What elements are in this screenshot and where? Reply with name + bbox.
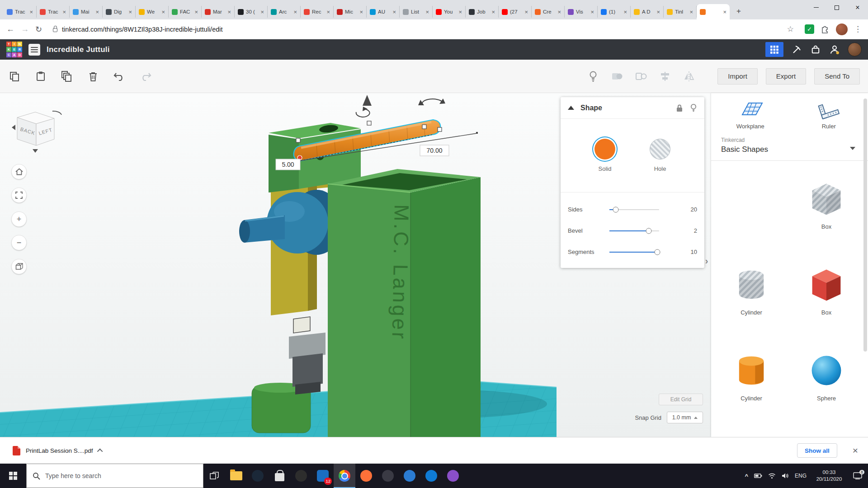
- tab-close-icon[interactable]: ×: [29, 9, 33, 15]
- browser-tab[interactable]: Mar×: [202, 6, 235, 18]
- shape-item-box-transparent[interactable]: Box: [790, 166, 863, 252]
- collapse-panel-icon[interactable]: [568, 106, 574, 110]
- tab-close-icon[interactable]: ×: [260, 9, 264, 15]
- tab-close-icon[interactable]: ×: [590, 9, 594, 15]
- browser-tab[interactable]: (27×: [499, 6, 532, 18]
- model-green-container[interactable]: M.C. Langer: [328, 169, 481, 437]
- delete-button[interactable]: [86, 69, 100, 84]
- bookmark-star-icon[interactable]: ☆: [787, 24, 794, 34]
- browser-tab[interactable]: Trac×: [37, 6, 70, 18]
- undo-button[interactable]: [112, 69, 127, 84]
- new-tab-button[interactable]: +: [732, 5, 745, 18]
- extension-check-icon[interactable]: ✓: [805, 24, 814, 34]
- classroom-button[interactable]: [810, 44, 821, 56]
- show-all-downloads-button[interactable]: Show all: [797, 443, 837, 458]
- tab-close-icon[interactable]: ×: [491, 9, 495, 15]
- tab-close-icon[interactable]: ×: [293, 9, 297, 15]
- solid-option[interactable]: Solid: [594, 139, 615, 172]
- zoom-out-button[interactable]: −: [11, 235, 27, 250]
- taskbar-search-box[interactable]: Type here to search: [26, 464, 203, 488]
- task-view-button[interactable]: [203, 464, 225, 488]
- start-button[interactable]: [0, 464, 26, 488]
- tab-close-icon[interactable]: ×: [227, 9, 231, 15]
- slider-handle[interactable]: [613, 206, 619, 212]
- tab-close-icon[interactable]: ×: [557, 9, 561, 15]
- browser-tab[interactable]: ×: [697, 4, 730, 19]
- shape-item-box-red[interactable]: Box: [790, 252, 863, 338]
- close-download-bar-icon[interactable]: ×: [853, 445, 858, 456]
- firefox-taskbar-button[interactable]: [355, 464, 377, 488]
- main-menu-icon[interactable]: [28, 44, 40, 56]
- hole-option[interactable]: Hole: [650, 139, 670, 172]
- zoom-in-button[interactable]: +: [11, 211, 27, 227]
- steam-taskbar-button[interactable]: [247, 464, 269, 488]
- slider-handle[interactable]: [654, 249, 660, 255]
- url-field[interactable]: tinkercad.com/things/8W1ZIl3p38J-incredi…: [48, 22, 798, 37]
- browser-tab[interactable]: Job×: [466, 6, 499, 18]
- edge-taskbar-button[interactable]: [420, 464, 442, 488]
- sides-slider[interactable]: [609, 209, 659, 210]
- tab-close-icon[interactable]: ×: [689, 9, 693, 15]
- tab-close-icon[interactable]: ×: [656, 9, 660, 15]
- maximize-button[interactable]: [826, 0, 847, 15]
- tab-close-icon[interactable]: ×: [128, 9, 132, 15]
- browser-tab[interactable]: Trac×: [4, 6, 37, 18]
- back-icon[interactable]: ←: [6, 24, 14, 34]
- browser-tab[interactable]: We×: [136, 6, 169, 18]
- tinkercad-logo[interactable]: TINKERCAD: [6, 42, 22, 57]
- model-blue-knob[interactable]: [239, 190, 343, 255]
- chrome-taskbar-button[interactable]: [334, 464, 355, 488]
- slider-handle[interactable]: [646, 228, 651, 234]
- bricks-mode-button[interactable]: [791, 44, 802, 56]
- browser-tab[interactable]: Dig×: [103, 6, 136, 18]
- wifi-icon[interactable]: [768, 473, 776, 479]
- import-button[interactable]: Import: [717, 68, 758, 84]
- browser-tab[interactable]: List×: [400, 6, 433, 18]
- mail-taskbar-button[interactable]: 12: [312, 464, 334, 488]
- blocks-view-button[interactable]: [765, 42, 783, 57]
- view-cube[interactable]: BACK LEFT: [11, 107, 62, 153]
- tab-close-icon[interactable]: ×: [458, 9, 462, 15]
- sidebar-collapse-chevron[interactable]: ›: [702, 251, 712, 270]
- browser-profile-avatar[interactable]: [836, 23, 848, 35]
- file-options-chevron-icon[interactable]: [97, 448, 103, 454]
- tab-close-icon[interactable]: ×: [623, 9, 627, 15]
- close-window-button[interactable]: ×: [847, 0, 868, 15]
- tab-close-icon[interactable]: ×: [359, 9, 363, 15]
- file-explorer-taskbar-button[interactable]: [225, 464, 247, 488]
- shape-item-cylinder-orange[interactable]: Cylinder: [715, 338, 788, 424]
- tab-close-icon[interactable]: ×: [194, 9, 198, 15]
- sidebar-scrollbar[interactable]: [863, 99, 867, 352]
- tab-close-icon[interactable]: ×: [161, 9, 165, 15]
- align-button[interactable]: [658, 69, 672, 84]
- browser-tab[interactable]: You×: [433, 6, 466, 18]
- snap-grid-dropdown[interactable]: 1.0 mm: [667, 412, 703, 423]
- hidden-icons-chevron[interactable]: ^: [745, 473, 748, 479]
- duplicate-button[interactable]: [60, 69, 74, 84]
- browser-tab[interactable]: Arc×: [268, 6, 301, 18]
- user-avatar[interactable]: [848, 42, 862, 56]
- browser-tab[interactable]: Rec×: [301, 6, 334, 18]
- ungroup-button[interactable]: [634, 69, 648, 84]
- downloaded-filename[interactable]: PrintLab Session S....pdf: [26, 447, 93, 454]
- browser-tab[interactable]: AU×: [367, 6, 400, 18]
- obs-taskbar-button[interactable]: [377, 464, 399, 488]
- media-player-taskbar-button[interactable]: [442, 464, 464, 488]
- language-indicator[interactable]: ENG: [795, 473, 807, 479]
- orbit-left-arrow[interactable]: [12, 125, 15, 130]
- show-all-button[interactable]: [586, 69, 600, 84]
- orbit-down-arrow[interactable]: [33, 149, 38, 153]
- redo-button[interactable]: [138, 69, 153, 84]
- downloaded-file-chip[interactable]: PrintLab Session S....pdf: [8, 443, 107, 458]
- workplane-tool[interactable]: Workplane: [711, 99, 790, 130]
- tab-close-icon[interactable]: ×: [62, 9, 66, 15]
- move-up-cone[interactable]: [363, 95, 372, 106]
- ruler-tool[interactable]: Ruler: [790, 99, 868, 130]
- send-to-button[interactable]: Send To: [814, 68, 860, 84]
- forward-icon[interactable]: →: [21, 24, 29, 34]
- rotate-gizmos[interactable]: [356, 95, 445, 117]
- browser-menu-icon[interactable]: ⋮: [854, 24, 862, 34]
- slider-value[interactable]: 20: [684, 206, 697, 213]
- perspective-toggle-button[interactable]: [11, 259, 27, 274]
- battery-icon[interactable]: [754, 473, 762, 479]
